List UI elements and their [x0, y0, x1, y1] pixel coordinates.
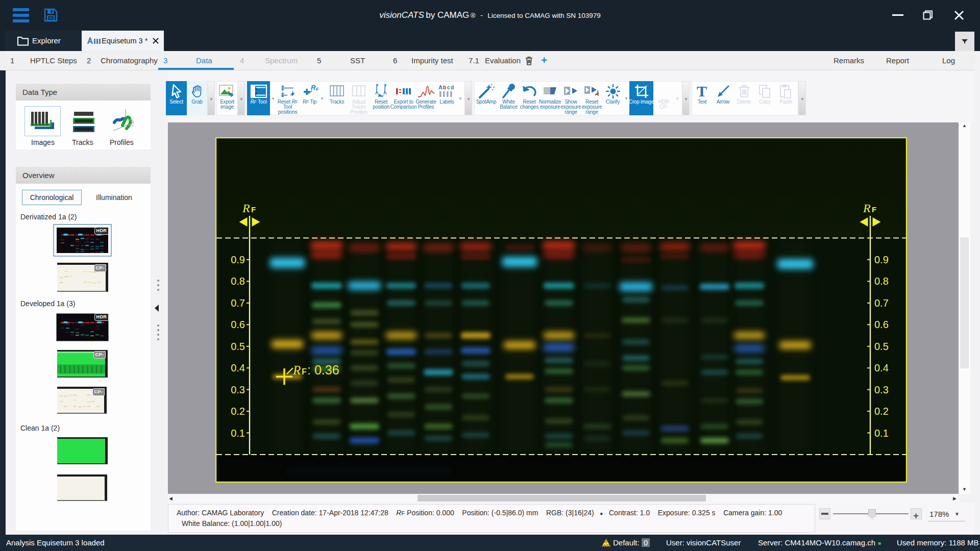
svg-text:b: b — [443, 85, 446, 90]
svg-text:0.9: 0.9 — [874, 254, 889, 265]
svg-text:0.1: 0.1 — [231, 428, 245, 439]
svg-text:T: T — [697, 84, 707, 99]
svg-text:0.2: 0.2 — [231, 406, 245, 417]
svg-text:0.5: 0.5 — [231, 341, 245, 352]
svg-text:0.9: 0.9 — [231, 254, 245, 265]
svg-text:0.3: 0.3 — [231, 384, 245, 395]
svg-text:R: R — [863, 202, 871, 215]
svg-text:0.7: 0.7 — [231, 297, 245, 309]
svg-text:0.4: 0.4 — [231, 362, 245, 373]
svg-text:0.8: 0.8 — [231, 276, 245, 287]
svg-text:R: R — [292, 363, 301, 377]
svg-text:F: F — [302, 367, 307, 376]
svg-text:0.6: 0.6 — [874, 319, 889, 330]
svg-text:d: d — [451, 85, 454, 90]
svg-text:0.3: 0.3 — [874, 384, 889, 395]
svg-text:R: R — [242, 202, 250, 215]
svg-text:R: R — [311, 84, 316, 91]
svg-text:F: F — [872, 205, 876, 214]
svg-text:0.5: 0.5 — [874, 341, 889, 352]
svg-text:: 0.36: : 0.36 — [307, 363, 339, 377]
svg-text:0.4: 0.4 — [874, 362, 889, 373]
svg-text:0.1: 0.1 — [874, 428, 889, 439]
svg-text:c: c — [447, 85, 450, 90]
svg-text:0.2: 0.2 — [874, 406, 889, 417]
svg-text:0.8: 0.8 — [874, 276, 889, 287]
svg-text:0.7: 0.7 — [874, 297, 889, 309]
svg-text:F: F — [251, 205, 256, 214]
svg-text:F: F — [316, 87, 319, 92]
svg-text:0.6: 0.6 — [231, 319, 245, 330]
svg-text:A: A — [438, 84, 443, 90]
